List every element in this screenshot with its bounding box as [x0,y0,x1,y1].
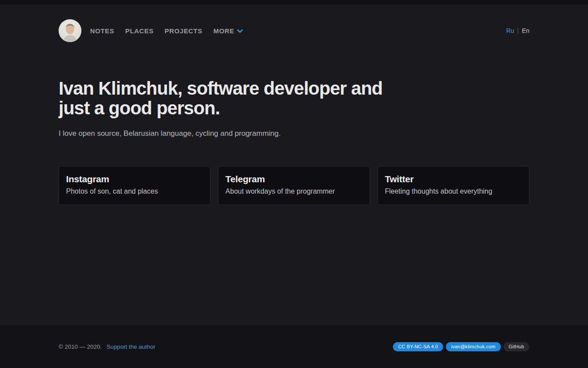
social-cards: Instagram Photos of son, cat and places … [59,166,529,205]
main-menu: NOTES PLACES PROJECTS MORE [90,27,243,35]
nav-item-more-label: MORE [214,27,234,35]
avatar[interactable] [59,19,81,42]
github-badge[interactable]: GitHub [504,342,529,351]
lang-en-link[interactable]: En [522,27,529,34]
card-title: Twitter [385,174,522,184]
email-badge[interactable]: ivan@klimchuk.com [446,342,500,351]
page: NOTES PLACES PROJECTS MORE Ru | [0,0,588,368]
nav-left: NOTES PLACES PROJECTS MORE [59,19,243,42]
language-switcher: Ru | En [506,27,529,34]
card-description: About workdays of the programmer [225,188,362,195]
nav-item-notes[interactable]: NOTES [90,27,114,35]
page-title: Ivan Klimchuk, software developer and ju… [59,79,396,118]
chevron-down-icon [237,29,243,33]
hero-subtitle: I love open source, Belarusian language,… [59,129,529,138]
card-title: Instagram [66,174,203,184]
copyright-text: © 2010 — 2020. [59,343,102,350]
card-instagram[interactable]: Instagram Photos of son, cat and places [59,166,210,205]
card-telegram[interactable]: Telegram About workdays of the programme… [218,166,370,205]
main-content: NOTES PLACES PROJECTS MORE Ru | [0,4,588,325]
lang-separator: | [517,27,519,34]
footer: © 2010 — 2020. Support the author CC BY-… [0,325,588,368]
nav-item-projects[interactable]: PROJECTS [164,27,202,35]
nav-item-more[interactable]: MORE [214,27,243,35]
hero-section: Ivan Klimchuk, software developer and ju… [59,79,529,205]
page-top-edge [0,0,588,4]
footer-badges: CC BY-NC-SA 4.0 ivan@klimchuk.com GitHub [393,342,529,351]
footer-left: © 2010 — 2020. Support the author [59,343,155,350]
card-title: Telegram [225,174,362,184]
card-description: Fleeting thoughts about everything [385,188,522,195]
card-twitter[interactable]: Twitter Fleeting thoughts about everythi… [378,166,529,205]
avatar-photo [59,19,81,42]
nav-item-places[interactable]: PLACES [125,27,154,35]
card-description: Photos of son, cat and places [66,188,203,195]
lang-ru-link[interactable]: Ru [506,27,514,34]
top-nav: NOTES PLACES PROJECTS MORE Ru | [59,19,529,42]
license-badge[interactable]: CC BY-NC-SA 4.0 [393,342,443,351]
support-author-link[interactable]: Support the author [107,343,156,350]
